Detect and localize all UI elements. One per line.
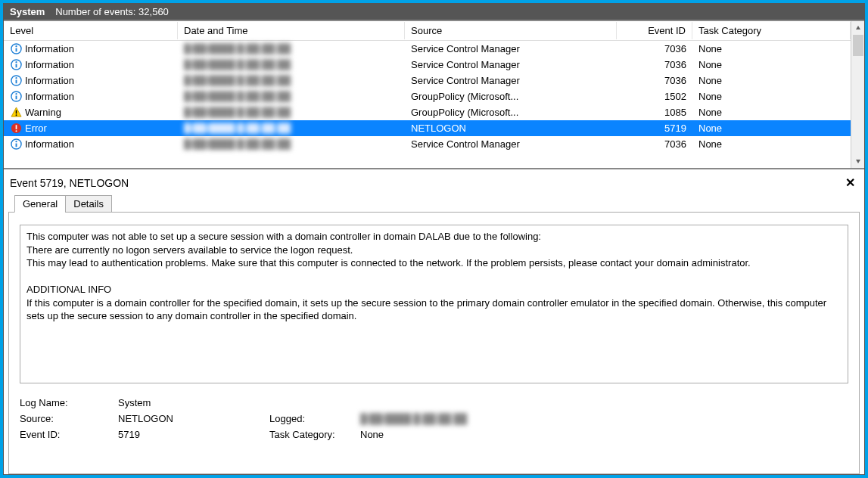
table-row[interactable]: Warning█/██/████ █:██:██ ██GroupPolicy (… <box>4 104 851 120</box>
tab-details[interactable]: Details <box>65 195 112 213</box>
level-text: Information <box>25 59 74 70</box>
prop-eventid-value: 5719 <box>118 429 269 440</box>
level-text: Information <box>25 43 74 54</box>
cell-task: None <box>692 43 851 54</box>
event-viewer-window: System Number of events: 32,560 Level Da… <box>3 3 865 475</box>
svg-rect-1 <box>15 48 17 52</box>
svg-rect-15 <box>15 125 17 129</box>
log-name-title: System <box>10 6 45 17</box>
cell-level: Information <box>4 75 178 87</box>
cell-level: Information <box>4 91 178 103</box>
table-row[interactable]: Information█/██/████ █:██:██ ██Service C… <box>4 41 851 57</box>
prop-logname-label: Log Name: <box>20 397 118 408</box>
header-level[interactable]: Level <box>4 22 178 39</box>
info-icon <box>10 43 22 55</box>
titlebar: System Number of events: 32,560 <box>4 4 864 21</box>
close-icon[interactable]: ✕ <box>842 175 858 190</box>
cell-source: Service Control Manager <box>405 138 617 150</box>
cell-source: Service Control Manager <box>405 59 617 70</box>
cell-task: None <box>692 123 851 134</box>
cell-date: █/██/████ █:██:██ ██ <box>178 138 405 150</box>
table-row[interactable]: Error█/██/████ █:██:██ ██NETLOGON5719Non… <box>4 120 851 136</box>
info-icon <box>10 59 22 71</box>
header-eventid[interactable]: Event ID <box>617 22 692 39</box>
cell-level: Information <box>4 138 178 151</box>
cell-task: None <box>692 91 851 102</box>
description-line: This computer was not able to set up a s… <box>26 230 842 244</box>
cell-eventid: 7036 <box>617 138 692 150</box>
cell-date: █/██/████ █:██:██ ██ <box>178 123 405 134</box>
detail-tabs: General Details <box>8 195 860 213</box>
description-line: ADDITIONAL INFO <box>26 283 842 296</box>
cell-task: None <box>692 59 851 70</box>
svg-rect-4 <box>15 64 17 68</box>
cell-source: NETLOGON <box>405 123 617 134</box>
info-icon <box>10 91 22 103</box>
detail-title: Event 5719, NETLOGON <box>10 177 129 189</box>
scroll-up-button[interactable] <box>851 21 864 35</box>
event-count-label: Number of events: 32,560 <box>55 6 169 17</box>
cell-task: None <box>692 138 851 150</box>
cell-level: Information <box>4 59 178 71</box>
cell-eventid: 7036 <box>617 59 692 70</box>
info-icon <box>10 138 22 151</box>
svg-point-13 <box>15 114 17 116</box>
cell-date: █/██/████ █:██:██ ██ <box>178 107 405 118</box>
description-line: This may lead to authentication problems… <box>26 256 842 270</box>
cell-level: Error <box>4 123 178 135</box>
cell-eventid: 7036 <box>617 43 692 54</box>
header-date[interactable]: Date and Time <box>178 22 405 39</box>
warn-icon <box>10 107 22 119</box>
level-text: Information <box>25 138 74 150</box>
prop-logged-label: Logged: <box>269 413 360 424</box>
error-icon <box>10 123 22 135</box>
prop-logged-value: █/██/████ █:██:██ ██ <box>360 413 848 424</box>
scroll-thumb[interactable] <box>853 35 863 56</box>
level-text: Information <box>25 75 74 86</box>
event-list-pane: Level Date and Time Source Event ID Task… <box>4 21 864 169</box>
cell-level: Information <box>4 43 178 55</box>
column-headers[interactable]: Level Date and Time Source Event ID Task… <box>4 21 851 41</box>
table-row[interactable]: Information█/██/████ █:██:██ ██Service C… <box>4 136 851 152</box>
cell-source: Service Control Manager <box>405 75 617 86</box>
prop-task-label: Task Category: <box>269 429 360 440</box>
table-row[interactable]: Information█/██/████ █:██:██ ██Service C… <box>4 73 851 88</box>
table-row[interactable]: Information█/██/████ █:██:██ ██Service C… <box>4 57 851 73</box>
cell-source: Service Control Manager <box>405 43 617 54</box>
cell-task: None <box>692 107 851 118</box>
scroll-down-button[interactable] <box>851 154 864 168</box>
header-source[interactable]: Source <box>405 22 617 39</box>
event-list[interactable]: Level Date and Time Source Event ID Task… <box>4 21 851 168</box>
header-task-category[interactable]: Task Category <box>692 22 851 39</box>
tab-body-general: This computer was not able to set up a s… <box>8 212 860 474</box>
prop-source-label: Source: <box>20 413 118 424</box>
cell-eventid: 1502 <box>617 91 692 102</box>
event-rows: Information█/██/████ █:██:██ ██Service C… <box>4 41 851 152</box>
svg-rect-7 <box>15 80 17 84</box>
prop-task-value: None <box>360 429 848 440</box>
description-line: If this computer is a domain controller … <box>26 296 842 323</box>
cell-eventid: 1085 <box>617 107 692 118</box>
cell-date: █/██/████ █:██:██ ██ <box>178 43 405 54</box>
prop-eventid-label: Event ID: <box>20 429 118 440</box>
cell-level: Warning <box>4 107 178 119</box>
svg-point-19 <box>15 141 17 142</box>
event-description[interactable]: This computer was not able to set up a s… <box>20 225 848 383</box>
cell-date: █/██/████ █:██:██ ██ <box>178 91 405 102</box>
tab-general[interactable]: General <box>14 195 66 213</box>
svg-point-5 <box>15 61 17 63</box>
svg-rect-18 <box>15 144 17 147</box>
table-row[interactable]: Information█/██/████ █:██:██ ██GroupPoli… <box>4 88 851 104</box>
cell-task: None <box>692 75 851 86</box>
svg-point-8 <box>15 77 17 79</box>
detail-header: Event 5719, NETLOGON ✕ <box>8 172 860 194</box>
vertical-scrollbar[interactable] <box>851 21 864 168</box>
info-icon <box>10 75 22 87</box>
event-detail-pane: Event 5719, NETLOGON ✕ General Details T… <box>4 169 864 474</box>
svg-rect-12 <box>15 110 17 114</box>
description-line: There are currently no logon servers ava… <box>26 244 842 257</box>
cell-source: GroupPolicy (Microsoft... <box>405 91 617 102</box>
prop-logname-value: System <box>118 397 269 408</box>
level-text: Information <box>25 91 74 102</box>
svg-rect-10 <box>15 96 17 100</box>
